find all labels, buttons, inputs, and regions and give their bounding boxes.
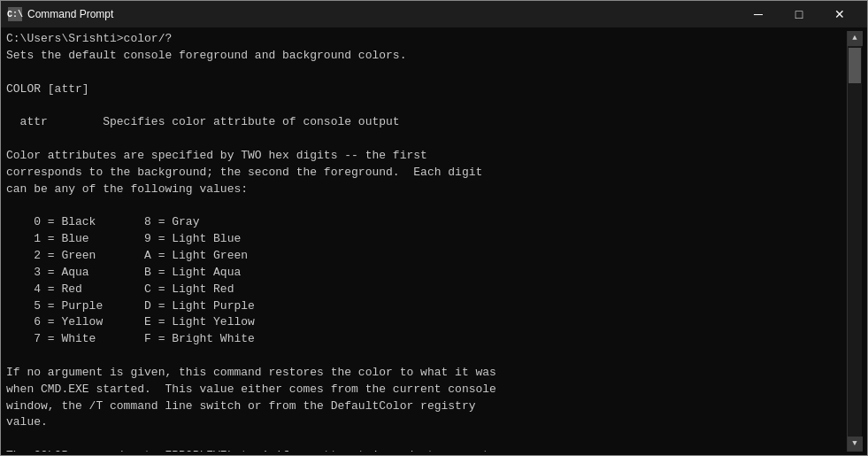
scrollbar[interactable]: ▲ ▼ — [847, 31, 862, 452]
window-controls: ─ □ ✕ — [738, 1, 860, 27]
console-content[interactable]: C:\Users\Srishti>color/? Sets the defaul… — [6, 31, 847, 452]
close-button[interactable]: ✕ — [819, 1, 860, 27]
window-title: Command Prompt — [27, 8, 738, 20]
scrollbar-track[interactable] — [848, 46, 862, 437]
scroll-up-arrow[interactable]: ▲ — [848, 31, 863, 46]
console-body: C:\Users\Srishti>color/? Sets the defaul… — [1, 27, 867, 455]
scrollbar-thumb[interactable] — [849, 48, 861, 83]
console-output: C:\Users\Srishti>color/? Sets the defaul… — [6, 31, 847, 452]
title-bar: C:\ Command Prompt ─ □ ✕ — [1, 1, 867, 27]
scroll-down-arrow[interactable]: ▼ — [848, 437, 863, 452]
minimize-button[interactable]: ─ — [738, 1, 779, 27]
command-prompt-window: C:\ Command Prompt ─ □ ✕ C:\Users\Srisht… — [0, 0, 868, 456]
maximize-button[interactable]: □ — [779, 1, 819, 27]
app-icon: C:\ — [8, 7, 22, 21]
